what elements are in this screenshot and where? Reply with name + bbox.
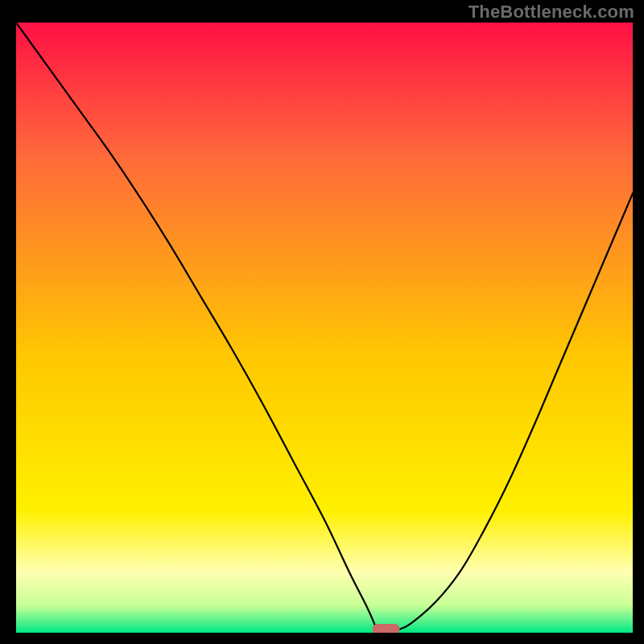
bottleneck-chart — [16, 23, 633, 633]
gradient-background — [16, 23, 633, 633]
chart-frame: TheBottleneck.com — [0, 0, 644, 644]
optimum-marker — [373, 624, 400, 633]
watermark-text: TheBottleneck.com — [469, 2, 634, 23]
plot-area — [16, 23, 633, 633]
